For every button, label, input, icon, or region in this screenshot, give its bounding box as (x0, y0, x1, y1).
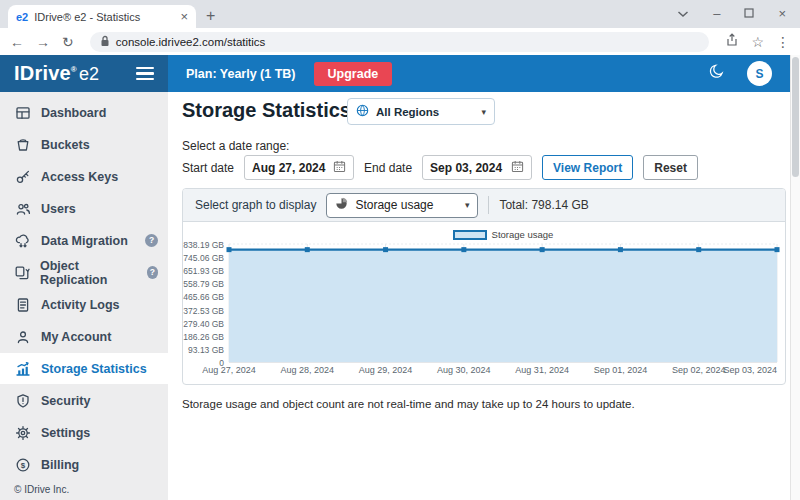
sidebar-item-my-account[interactable]: My Account (0, 321, 168, 352)
sidebar-item-data-migration[interactable]: Data Migration? (0, 225, 168, 256)
graph-type-value: Storage usage (355, 198, 457, 212)
main-content: Storage Statistics All Regions ▾ Select … (168, 92, 790, 500)
key-icon (14, 168, 31, 185)
sidebar-item-activity-logs[interactable]: Activity Logs (0, 289, 168, 320)
tab-strip: e2 IDrive® e2 - Statistics × + – × (0, 0, 800, 28)
footnote: Storage usage and object count are not r… (182, 398, 635, 410)
reset-button[interactable]: Reset (643, 155, 698, 180)
legend-swatch (453, 230, 487, 240)
chart-y-axis: 838.19 GB745.06 GB651.93 GB558.79 GB465.… (183, 244, 229, 362)
tab-close-icon[interactable]: × (180, 10, 188, 23)
sidebar-item-settings[interactable]: Settings (0, 417, 168, 448)
upgrade-button[interactable]: Upgrade (314, 62, 393, 86)
document-icon (14, 296, 31, 313)
sidebar-item-billing[interactable]: $Billing (0, 449, 168, 480)
pie-chart-icon (335, 196, 348, 214)
globe-icon (356, 103, 369, 121)
gear-icon (14, 424, 31, 441)
calendar-icon[interactable] (511, 159, 524, 177)
end-date-label: End date (364, 161, 412, 175)
app-header: IDrive®e2 Plan: Yearly (1 TB) Upgrade S (0, 55, 790, 92)
sidebar: DashboardBucketsAccess KeysUsersData Mig… (0, 92, 168, 500)
svg-text:$: $ (20, 461, 25, 470)
start-date-input[interactable]: Aug 27, 2024 (244, 155, 354, 180)
start-date-label: Start date (182, 161, 234, 175)
hamburger-menu-icon[interactable] (136, 67, 154, 80)
help-icon[interactable]: ? (145, 234, 158, 247)
graph-select-label: Select graph to display (195, 198, 316, 212)
sidebar-item-label: Billing (41, 458, 79, 472)
dollar-icon: $ (14, 456, 31, 473)
chart-x-axis: Aug 27, 2024Aug 28, 2024Aug 29, 2024Aug … (229, 365, 777, 379)
close-icon[interactable]: × (778, 7, 786, 20)
forward-icon[interactable]: → (36, 34, 50, 50)
maximize-icon[interactable] (744, 4, 754, 22)
plan-label: Plan: Yearly (1 TB) (186, 67, 296, 81)
sidebar-item-storage-statistics[interactable]: Storage Statistics (0, 353, 168, 384)
chevron-down-icon: ▾ (481, 107, 486, 117)
chart-legend: Storage usage (229, 227, 777, 242)
sidebar-item-label: Activity Logs (41, 298, 120, 312)
bookmark-star-icon[interactable]: ☆ (751, 34, 764, 50)
dark-mode-moon-icon[interactable] (708, 63, 725, 84)
url-field[interactable]: console.idrivee2.com/statitics (90, 32, 710, 52)
logo-zone: IDrive®e2 (0, 55, 168, 92)
tab-title: IDrive® e2 - Statistics (34, 11, 174, 23)
graph-type-dropdown[interactable]: Storage usage ▾ (326, 193, 478, 218)
shield-icon (14, 392, 31, 409)
sidebar-item-label: Storage Statistics (41, 362, 147, 376)
graph-panel-header: Select graph to display Storage usage ▾ … (183, 189, 785, 222)
new-tab-button[interactable]: + (206, 7, 215, 25)
sidebar-item-access-keys[interactable]: Access Keys (0, 161, 168, 192)
bucket-icon (14, 136, 31, 153)
total-storage-value: Total: 798.14 GB (499, 198, 588, 212)
share-icon[interactable] (725, 33, 739, 51)
graph-panel: Select graph to display Storage usage ▾ … (182, 188, 786, 385)
sidebar-item-object-replication[interactable]: Object Replication? (0, 257, 168, 288)
sidebar-item-label: Data Migration (41, 234, 128, 248)
dashboard-icon (14, 104, 31, 121)
bar-chart-icon (14, 360, 31, 377)
sidebar-item-label: Access Keys (41, 170, 118, 184)
lock-icon (100, 33, 110, 51)
sidebar-item-buckets[interactable]: Buckets (0, 129, 168, 160)
date-range-label: Select a date range: (182, 139, 289, 153)
sidebar-item-label: Settings (41, 426, 90, 440)
chevron-down-icon: ▾ (465, 200, 470, 210)
sidebar-item-label: Buckets (41, 138, 90, 152)
users-icon (14, 200, 31, 217)
calendar-icon[interactable] (333, 159, 346, 177)
help-icon[interactable]: ? (147, 266, 158, 279)
sidebar-item-users[interactable]: Users (0, 193, 168, 224)
idrive-e2-logo: IDrive®e2 (14, 62, 99, 85)
person-icon (14, 328, 31, 345)
sidebar-item-label: Dashboard (41, 106, 106, 120)
browser-tab[interactable]: e2 IDrive® e2 - Statistics × (8, 5, 196, 28)
favicon-e2: e2 (16, 11, 28, 23)
end-date-input[interactable]: Sep 03, 2024 (422, 155, 532, 180)
scrollbar-thumb[interactable] (792, 57, 799, 177)
cloud-migration-icon (14, 232, 31, 249)
sidebar-item-dashboard[interactable]: Dashboard (0, 97, 168, 128)
replication-icon (14, 264, 30, 281)
back-icon[interactable]: ← (10, 34, 24, 50)
legend-label: Storage usage (492, 229, 554, 240)
page-scrollbar[interactable] (790, 55, 800, 500)
page-title: Storage Statistics (182, 99, 351, 122)
copyright: © IDrive Inc. (14, 484, 69, 495)
chart-plot-area[interactable] (229, 244, 777, 362)
minimize-icon[interactable]: – (713, 7, 720, 20)
view-report-button[interactable]: View Report (542, 155, 633, 180)
browser-window: e2 IDrive® e2 - Statistics × + – × ← → ↻… (0, 0, 800, 500)
reload-icon[interactable]: ↻ (62, 34, 74, 50)
tab-search-chevron-icon[interactable] (677, 4, 689, 22)
date-range-row: Start date Aug 27, 2024 End date Sep 03,… (182, 155, 698, 180)
sidebar-item-security[interactable]: Security (0, 385, 168, 416)
user-avatar[interactable]: S (747, 61, 772, 86)
region-dropdown[interactable]: All Regions ▾ (347, 98, 495, 125)
storage-usage-chart: Storage usage 838.19 GB745.06 GB651.93 G… (183, 222, 785, 379)
url-text: console.idrivee2.com/statitics (116, 36, 266, 48)
browser-menu-icon[interactable]: ⋮ (776, 34, 790, 50)
address-bar: ← → ↻ console.idrivee2.com/statitics ☆ ⋮ (0, 28, 800, 55)
region-dropdown-value: All Regions (376, 106, 474, 118)
